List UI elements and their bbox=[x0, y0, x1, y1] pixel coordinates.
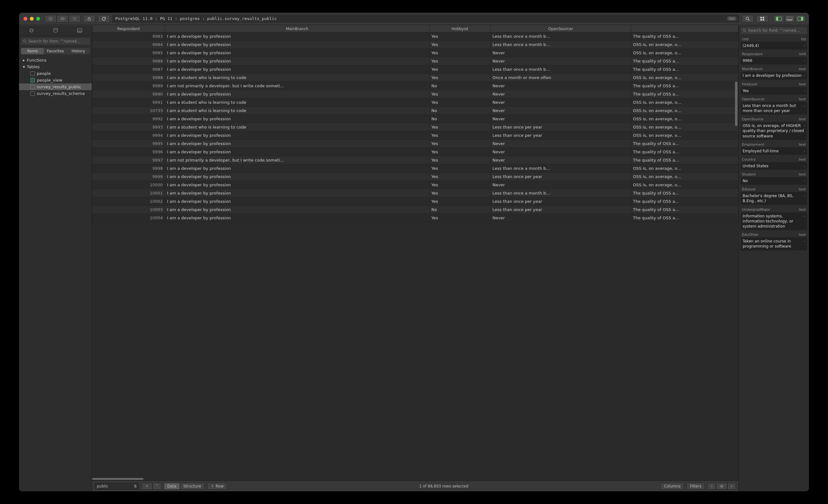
cell[interactable]: Never bbox=[491, 82, 631, 90]
page-prev-button[interactable]: ‹ bbox=[707, 483, 716, 490]
cell[interactable]: I am a developer by profession bbox=[165, 32, 429, 41]
cell[interactable]: I am a developer by profession bbox=[165, 164, 429, 173]
cell[interactable]: Never bbox=[491, 214, 631, 222]
page-next-button[interactable]: › bbox=[728, 483, 736, 490]
field-value[interactable]: (2449,4)⌄ bbox=[741, 42, 807, 49]
table-row[interactable]: 9986I am a developer by professionYesNev… bbox=[92, 57, 739, 66]
table-row[interactable]: 9984I am a developer by professionYesLes… bbox=[92, 41, 739, 49]
sidebar-item-survey_results_public[interactable]: survey_results_public bbox=[19, 83, 92, 90]
cell[interactable]: I am not primarily a developer, but I wr… bbox=[165, 156, 429, 164]
inspector-search-input[interactable]: Search for field: ^name$… bbox=[741, 27, 807, 34]
cell[interactable]: The quality of OSS a… bbox=[631, 214, 738, 222]
cell[interactable]: I am not primarily a developer, but I wr… bbox=[165, 82, 429, 90]
table-row[interactable]: 9985I am a developer by professionYesNev… bbox=[92, 49, 739, 57]
field-value[interactable]: 9966⌄ bbox=[741, 57, 807, 65]
field-value[interactable]: Information systems, information technol… bbox=[741, 212, 807, 230]
cell[interactable]: The quality of OSS a… bbox=[631, 66, 738, 74]
cell[interactable]: 9987 bbox=[92, 66, 165, 74]
sidebar-item-people[interactable]: people bbox=[19, 70, 92, 77]
tab-data[interactable]: Data bbox=[164, 483, 180, 490]
cell[interactable]: Yes bbox=[429, 131, 491, 140]
cell[interactable]: Less than once a month b… bbox=[491, 164, 631, 173]
console-button[interactable] bbox=[69, 15, 81, 23]
cell[interactable]: Yes bbox=[429, 49, 491, 57]
field-value[interactable]: Bachelor's degree (BA, BS, B.Eng., etc.)… bbox=[741, 192, 807, 205]
breadcrumb[interactable]: PostgreSQL 11.0 : PG 11 : postgres : pub… bbox=[112, 15, 739, 23]
search-button[interactable] bbox=[742, 15, 754, 23]
cell[interactable]: OSS is, on average, o… bbox=[631, 123, 738, 131]
cell[interactable]: 9996 bbox=[92, 148, 165, 156]
cell[interactable]: I am a developer by profession bbox=[165, 214, 429, 222]
table-row[interactable]: 9990I am a developer by professionYesNev… bbox=[92, 90, 739, 98]
sidebar-search-input[interactable]: Search for item: ^name$… bbox=[21, 38, 90, 45]
cell[interactable]: 9994 bbox=[92, 131, 165, 140]
sidebar-group-tables[interactable]: ▾ Tables bbox=[19, 64, 92, 70]
cell[interactable]: 9988 bbox=[92, 74, 165, 82]
cell[interactable]: Less than once per year bbox=[491, 173, 631, 181]
sidebar-tab-favorites[interactable]: Favorites bbox=[44, 48, 67, 54]
table-row[interactable]: 10000I am a developer by professionYesNe… bbox=[92, 181, 739, 189]
table-row[interactable]: 10001I am a developer by professionYesLe… bbox=[92, 189, 739, 198]
sidebar-item-people_view[interactable]: people_view bbox=[19, 77, 92, 83]
table-row[interactable]: 9996I am a developer by professionYesNev… bbox=[92, 148, 739, 156]
minimize-icon[interactable] bbox=[30, 17, 34, 20]
cell[interactable]: I am a student who is learning to code bbox=[165, 98, 429, 107]
table-row[interactable]: 10003I am a developer by professionNoLes… bbox=[92, 206, 739, 214]
sql-icon[interactable]: SQL bbox=[77, 28, 83, 33]
cell[interactable]: The quality of OSS a… bbox=[631, 82, 738, 90]
cell[interactable]: Never bbox=[491, 115, 631, 123]
lock-button[interactable] bbox=[83, 15, 95, 23]
column-header[interactable]: Hobbyist bbox=[429, 26, 491, 32]
cell[interactable]: OSS is, on average, o… bbox=[631, 173, 738, 181]
cell[interactable]: Yes bbox=[429, 189, 491, 198]
cell[interactable]: 9984 bbox=[92, 41, 165, 49]
cell[interactable]: OSS is, on average, o… bbox=[631, 181, 738, 189]
column-header[interactable]: Respondent bbox=[92, 26, 165, 32]
cell[interactable]: I am a developer by profession bbox=[165, 115, 429, 123]
cell[interactable]: 10000 bbox=[92, 181, 165, 189]
cell[interactable]: OSS is, on average, o… bbox=[631, 98, 738, 107]
page-settings-button[interactable] bbox=[716, 483, 728, 490]
table-row[interactable]: 9991I am a student who is learning to co… bbox=[92, 98, 739, 107]
cell[interactable]: OSS is, on average, o… bbox=[631, 164, 738, 173]
cell[interactable]: Never bbox=[491, 98, 631, 107]
cell[interactable]: Yes bbox=[429, 156, 491, 164]
cell[interactable]: The quality of OSS a… bbox=[631, 32, 738, 41]
field-value[interactable]: Taken an online course in programming or… bbox=[741, 238, 807, 250]
table-row[interactable]: 10004I am a developer by professionYesNe… bbox=[92, 214, 739, 222]
cell[interactable]: I am a developer by profession bbox=[165, 90, 429, 98]
field-value[interactable]: Yes⌄ bbox=[741, 87, 807, 94]
pane-right-toggle[interactable] bbox=[795, 15, 806, 23]
table-row[interactable]: 9998I am a developer by professionYesLes… bbox=[92, 164, 739, 173]
cell[interactable]: I am a developer by profession bbox=[165, 189, 429, 198]
cell[interactable]: 9983 bbox=[92, 32, 165, 41]
cell[interactable]: Never bbox=[491, 140, 631, 148]
cell[interactable]: 10003 bbox=[92, 206, 165, 214]
cell[interactable]: I am a student who is learning to code bbox=[165, 123, 429, 131]
cell[interactable]: I am a developer by profession bbox=[165, 49, 429, 57]
field-value[interactable]: No⌄ bbox=[741, 177, 807, 185]
table-row[interactable]: 9999I am a developer by professionYesLes… bbox=[92, 173, 739, 181]
cell[interactable]: Yes bbox=[429, 41, 491, 49]
columns-button[interactable]: Columns bbox=[660, 483, 684, 490]
cell[interactable]: Less than once a month b… bbox=[491, 189, 631, 198]
cell[interactable]: Yes bbox=[429, 148, 491, 156]
cell[interactable]: I am a developer by profession bbox=[165, 206, 429, 214]
cell[interactable]: Yes bbox=[429, 123, 491, 131]
cell[interactable]: Yes bbox=[429, 90, 491, 98]
cell[interactable]: The quality of OSS a… bbox=[631, 90, 738, 98]
data-grid[interactable]: RespondentMainBranchHobbyistOpenSourcer … bbox=[92, 25, 739, 480]
cell[interactable]: I am a developer by profession bbox=[165, 173, 429, 181]
cell[interactable]: Never bbox=[491, 90, 631, 98]
cell[interactable]: 9999 bbox=[92, 173, 165, 181]
pane-left-toggle[interactable] bbox=[773, 15, 784, 23]
cell[interactable]: Yes bbox=[429, 173, 491, 181]
cell[interactable]: I am a student who is learning to code bbox=[165, 74, 429, 82]
field-value[interactable]: Less than once a month but more than onc… bbox=[741, 102, 807, 115]
table-row[interactable]: 9988I am a student who is learning to co… bbox=[92, 74, 739, 82]
cell[interactable]: Yes bbox=[429, 140, 491, 148]
cell[interactable]: OSS is, on average, o… bbox=[631, 49, 738, 57]
cell[interactable]: Less than once a month b… bbox=[491, 41, 631, 49]
cell[interactable]: OSS is, on average, o… bbox=[631, 41, 738, 49]
add-button[interactable]: ＋ bbox=[141, 483, 152, 490]
